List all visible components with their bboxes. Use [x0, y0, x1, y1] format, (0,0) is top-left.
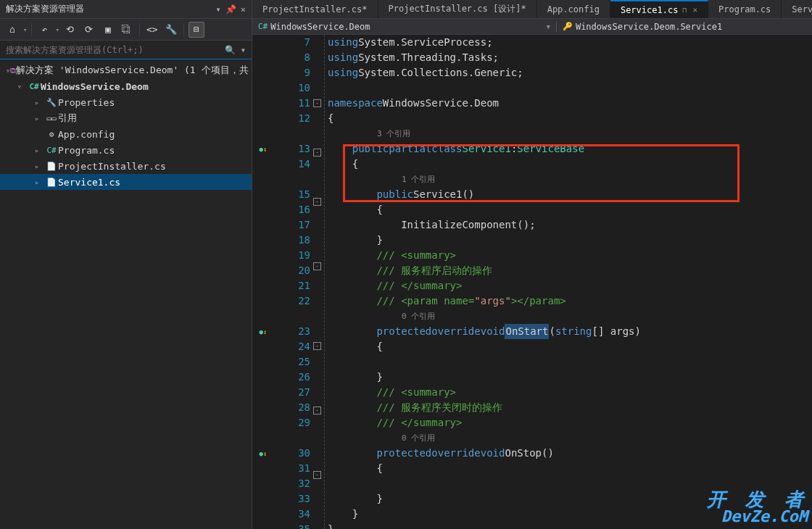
tab-label: App.config: [547, 4, 600, 14]
editor-tab[interactable]: Service1.cs: [782, 0, 812, 18]
code-line[interactable]: /// 服务程序启动的操作: [328, 263, 812, 278]
file-icon: 📄: [45, 178, 58, 187]
breadcrumb-ns-label: WindowsService.Deom: [270, 22, 370, 32]
copy-icon[interactable]: ⿻: [119, 22, 135, 38]
code-line[interactable]: /// </summary>: [328, 415, 812, 430]
search-icon[interactable]: 🔍 ▾: [225, 45, 246, 55]
close-icon[interactable]: ✕: [241, 4, 246, 14]
editor-tab[interactable]: ProjectInstaller.cs [设计]*: [378, 0, 537, 18]
editor-tab[interactable]: App.config: [537, 0, 610, 18]
code-line[interactable]: {: [328, 339, 812, 354]
tab-label: Program.cs: [718, 4, 771, 14]
tree-item[interactable]: ▹🔧Properties: [0, 94, 252, 110]
code-line[interactable]: public partial class Service1 : ServiceB…: [328, 141, 812, 157]
code-line[interactable]: [328, 80, 812, 96]
properties-icon[interactable]: ⊟: [188, 22, 204, 38]
breadcrumb-namespace[interactable]: C# WindowsService.Deom ▼: [252, 22, 556, 32]
code-line[interactable]: protected override void OnStart(string[]…: [328, 324, 812, 339]
close-icon[interactable]: ✕: [692, 5, 697, 14]
code-line[interactable]: }: [328, 233, 812, 248]
codelens-reference[interactable]: 0 个引用: [328, 430, 812, 446]
code-editor[interactable]: ●↕●↕●↕ 789101112131415161718192021222324…: [252, 35, 812, 529]
tree-item-label: Properties: [58, 97, 115, 108]
solution-search-row: 🔍 ▾: [0, 41, 252, 59]
code-line[interactable]: /// <summary>: [328, 385, 812, 400]
pin-icon[interactable]: ⊓: [682, 6, 687, 14]
pin-icon[interactable]: 📌: [225, 4, 236, 14]
tab-label: Service1.cs: [621, 5, 678, 15]
editor-tab[interactable]: Service1.cs⊓✕: [610, 0, 708, 18]
history-back-icon[interactable]: ↶: [36, 22, 52, 38]
code-line[interactable]: {: [328, 461, 812, 476]
code-line[interactable]: {: [328, 157, 812, 172]
solution-tree: ▿⧉解决方案 'WindowsService.Deom' (1 个项目，共 1 …: [0, 59, 252, 529]
tab-label: ProjectInstaller.cs [设计]*: [389, 3, 526, 15]
expand-arrow-icon[interactable]: ▹: [35, 178, 45, 186]
code-line[interactable]: using System.Collections.Generic;: [328, 65, 812, 80]
code-line[interactable]: }: [328, 370, 812, 385]
expand-arrow-icon[interactable]: ▿: [17, 83, 28, 91]
codelens-reference[interactable]: 3 个引用: [328, 126, 812, 141]
home-icon[interactable]: ⌂: [4, 22, 20, 38]
code-line[interactable]: }: [328, 491, 812, 507]
tree-item[interactable]: ▹📄ProjectInstaller.cs: [0, 158, 252, 174]
code-line[interactable]: /// 服务程序关闭时的操作: [328, 400, 812, 415]
breadcrumb-class-label: WindowsService.Deom.Service1: [576, 22, 722, 32]
dropdown-icon[interactable]: ▾: [216, 4, 221, 14]
code-line[interactable]: {: [328, 111, 812, 126]
solution-explorer-header: 解决方案资源管理器 ▾ 📌 ✕: [0, 0, 252, 19]
editor-tab[interactable]: Program.cs: [708, 0, 782, 18]
fold-toggle-icon[interactable]: -: [313, 99, 321, 107]
code-line[interactable]: {: [328, 202, 812, 217]
code-line[interactable]: namespace WindowsService.Deom: [328, 96, 812, 111]
tree-item[interactable]: ▿⧉解决方案 'WindowsService.Deom' (1 个项目，共 1 …: [0, 62, 252, 78]
collapse-icon[interactable]: ▣: [100, 22, 116, 38]
code-line[interactable]: }: [328, 507, 812, 522]
breadcrumb-class[interactable]: 🔑 WindowsService.Deom.Service1: [557, 22, 812, 32]
fold-toggle-icon[interactable]: -: [313, 471, 321, 479]
expand-arrow-icon[interactable]: ▹: [35, 99, 45, 107]
search-input[interactable]: [6, 45, 225, 55]
code-line[interactable]: [328, 476, 812, 491]
tree-item[interactable]: ▿C#WindowsService.Deom: [0, 78, 252, 94]
tree-item[interactable]: ⚙App.config: [0, 126, 252, 142]
solution-explorer-panel: 解决方案资源管理器 ▾ 📌 ✕ ⌂▾ ↶▾ ⟲ ⟳ ▣ ⿻ <> 🔧 ⊟ 🔍 ▾…: [0, 0, 252, 529]
tree-item-label: ProjectInstaller.cs: [58, 161, 166, 172]
code-icon[interactable]: <>: [144, 22, 160, 38]
tree-item-label: 引用: [58, 112, 77, 125]
fold-toggle-icon[interactable]: -: [313, 198, 321, 206]
tab-label: ProjectInstaller.cs*: [262, 4, 368, 14]
code-line[interactable]: /// <param name="args"></param>: [328, 293, 812, 309]
code-line[interactable]: using System.ServiceProcess;: [328, 35, 812, 50]
code-line[interactable]: public Service1(): [328, 187, 812, 202]
sync-icon[interactable]: ⟲: [62, 22, 78, 38]
fold-toggle-icon[interactable]: -: [313, 342, 321, 350]
code-line[interactable]: }: [328, 522, 812, 529]
code-line[interactable]: InitializeComponent();: [328, 217, 812, 233]
tree-item[interactable]: ▹📄Service1.cs: [0, 174, 252, 190]
tab-label: Service1.cs: [792, 4, 812, 14]
solution-explorer-toolbar: ⌂▾ ↶▾ ⟲ ⟳ ▣ ⿻ <> 🔧 ⊟: [0, 19, 252, 41]
fold-toggle-icon[interactable]: -: [313, 262, 321, 270]
expand-arrow-icon[interactable]: ▹: [35, 114, 45, 122]
editor-tab[interactable]: ProjectInstaller.cs*: [252, 0, 378, 18]
code-line[interactable]: /// <summary>: [328, 248, 812, 263]
code-line[interactable]: [328, 354, 812, 370]
tree-item-label: WindowsService.Deom: [41, 81, 149, 92]
panel-title: 解决方案资源管理器: [6, 3, 84, 15]
codelens-reference[interactable]: 0 个引用: [328, 309, 812, 324]
code-line[interactable]: protected override void OnStop(): [328, 446, 812, 461]
fold-toggle-icon[interactable]: -: [313, 407, 321, 415]
file-icon: 📄: [45, 162, 58, 171]
breadcrumb: C# WindowsService.Deom ▼ 🔑 WindowsServic…: [252, 19, 812, 35]
tree-item[interactable]: ▹C#Program.cs: [0, 142, 252, 158]
code-line[interactable]: using System.Threading.Tasks;: [328, 50, 812, 65]
fold-toggle-icon[interactable]: -: [313, 149, 321, 157]
wrench-icon[interactable]: 🔧: [163, 22, 179, 38]
expand-arrow-icon[interactable]: ▹: [35, 162, 45, 170]
tree-item[interactable]: ▹▭▭引用: [0, 110, 252, 126]
code-line[interactable]: /// </summary>: [328, 278, 812, 293]
expand-arrow-icon[interactable]: ▹: [35, 146, 45, 154]
codelens-reference[interactable]: 1 个引用: [328, 172, 812, 187]
refresh-icon[interactable]: ⟳: [81, 22, 97, 38]
